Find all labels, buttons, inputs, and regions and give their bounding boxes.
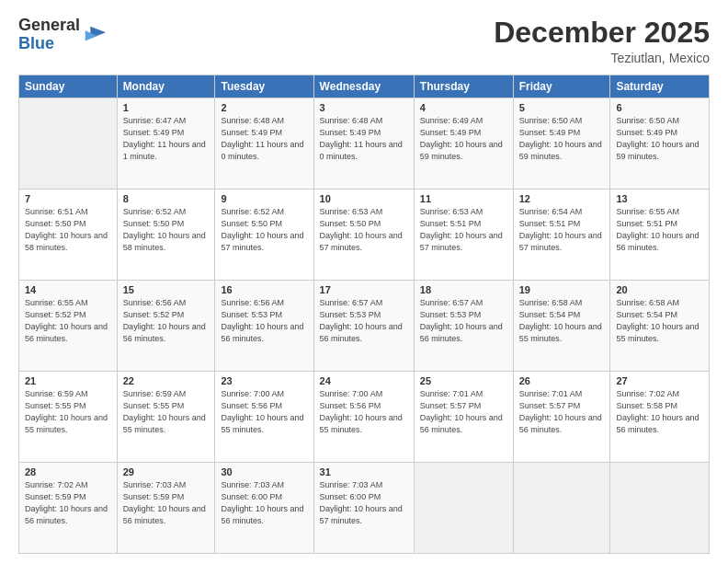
cell-1-2: 1Sunrise: 6:47 AM Sunset: 5:49 PM Daylig… <box>117 98 215 190</box>
cell-1-3: 2Sunrise: 6:48 AM Sunset: 5:49 PM Daylig… <box>215 98 313 190</box>
col-header-thursday: Thursday <box>414 75 513 98</box>
cell-2-3: 9Sunrise: 6:52 AM Sunset: 5:50 PM Daylig… <box>215 190 313 281</box>
cell-info: Sunrise: 6:56 AM Sunset: 5:52 PM Dayligh… <box>123 297 210 345</box>
cell-4-7: 27Sunrise: 7:02 AM Sunset: 5:58 PM Dayli… <box>610 372 710 463</box>
logo-general: General <box>18 16 80 34</box>
day-number: 7 <box>25 193 111 204</box>
cell-3-2: 15Sunrise: 6:56 AM Sunset: 5:52 PM Dayli… <box>117 281 215 372</box>
day-number: 6 <box>616 102 703 113</box>
cell-1-5: 4Sunrise: 6:49 AM Sunset: 5:49 PM Daylig… <box>414 98 513 190</box>
logo-text: General Blue <box>18 17 80 53</box>
cell-3-7: 20Sunrise: 6:58 AM Sunset: 5:54 PM Dayli… <box>610 281 710 372</box>
cell-info: Sunrise: 6:52 AM Sunset: 5:50 PM Dayligh… <box>123 206 210 254</box>
cell-3-6: 19Sunrise: 6:58 AM Sunset: 5:54 PM Dayli… <box>513 281 610 372</box>
cell-4-3: 23Sunrise: 7:00 AM Sunset: 5:56 PM Dayli… <box>215 372 313 463</box>
day-number: 4 <box>420 102 507 113</box>
cell-1-7: 6Sunrise: 6:50 AM Sunset: 5:49 PM Daylig… <box>610 98 710 190</box>
week-row-5: 28Sunrise: 7:02 AM Sunset: 5:59 PM Dayli… <box>19 463 710 554</box>
day-number: 2 <box>221 102 307 113</box>
day-number: 3 <box>320 102 408 113</box>
day-number: 28 <box>25 466 111 477</box>
cell-info: Sunrise: 7:01 AM Sunset: 5:57 PM Dayligh… <box>519 388 605 436</box>
week-row-3: 14Sunrise: 6:55 AM Sunset: 5:52 PM Dayli… <box>19 281 710 372</box>
cell-1-6: 5Sunrise: 6:50 AM Sunset: 5:49 PM Daylig… <box>513 98 610 190</box>
month-title: December 2025 <box>494 17 710 49</box>
day-number: 11 <box>420 193 507 204</box>
title-block: December 2025 Teziutlan, Mexico <box>494 17 710 65</box>
cell-4-6: 26Sunrise: 7:01 AM Sunset: 5:57 PM Dayli… <box>513 372 610 463</box>
col-header-tuesday: Tuesday <box>215 75 313 98</box>
day-number: 31 <box>320 466 408 477</box>
cell-3-3: 16Sunrise: 6:56 AM Sunset: 5:53 PM Dayli… <box>215 281 313 372</box>
cell-2-5: 11Sunrise: 6:53 AM Sunset: 5:51 PM Dayli… <box>414 190 513 281</box>
cell-5-4: 31Sunrise: 7:03 AM Sunset: 6:00 PM Dayli… <box>313 463 414 554</box>
day-number: 12 <box>519 193 605 204</box>
cell-info: Sunrise: 6:59 AM Sunset: 5:55 PM Dayligh… <box>123 388 210 436</box>
cell-info: Sunrise: 6:50 AM Sunset: 5:49 PM Dayligh… <box>519 115 605 163</box>
day-number: 5 <box>519 102 605 113</box>
cell-3-4: 17Sunrise: 6:57 AM Sunset: 5:53 PM Dayli… <box>313 281 414 372</box>
cell-info: Sunrise: 7:03 AM Sunset: 6:00 PM Dayligh… <box>221 479 307 527</box>
day-number: 17 <box>320 284 408 295</box>
cell-info: Sunrise: 6:56 AM Sunset: 5:53 PM Dayligh… <box>221 297 307 345</box>
logo: General Blue <box>18 17 108 53</box>
cell-info: Sunrise: 6:55 AM Sunset: 5:51 PM Dayligh… <box>616 206 703 254</box>
day-number: 23 <box>221 375 307 386</box>
day-number: 22 <box>123 375 210 386</box>
cell-info: Sunrise: 6:55 AM Sunset: 5:52 PM Dayligh… <box>25 297 111 345</box>
day-number: 21 <box>25 375 111 386</box>
cell-info: Sunrise: 7:00 AM Sunset: 5:56 PM Dayligh… <box>221 388 307 436</box>
col-header-friday: Friday <box>513 75 610 98</box>
cell-2-6: 12Sunrise: 6:54 AM Sunset: 5:51 PM Dayli… <box>513 190 610 281</box>
cell-info: Sunrise: 7:02 AM Sunset: 5:59 PM Dayligh… <box>25 479 111 527</box>
cell-info: Sunrise: 6:48 AM Sunset: 5:49 PM Dayligh… <box>221 115 307 163</box>
col-header-saturday: Saturday <box>610 75 710 98</box>
calendar-table: SundayMondayTuesdayWednesdayThursdayFrid… <box>18 75 710 554</box>
cell-info: Sunrise: 7:03 AM Sunset: 5:59 PM Dayligh… <box>123 479 210 527</box>
cell-info: Sunrise: 6:52 AM Sunset: 5:50 PM Dayligh… <box>221 206 307 254</box>
cell-info: Sunrise: 6:47 AM Sunset: 5:49 PM Dayligh… <box>123 115 210 163</box>
cell-info: Sunrise: 6:58 AM Sunset: 5:54 PM Dayligh… <box>616 297 703 345</box>
day-number: 14 <box>25 284 111 295</box>
day-number: 8 <box>123 193 210 204</box>
cell-5-1: 28Sunrise: 7:02 AM Sunset: 5:59 PM Dayli… <box>19 463 118 554</box>
cell-3-1: 14Sunrise: 6:55 AM Sunset: 5:52 PM Dayli… <box>19 281 118 372</box>
day-number: 27 <box>616 375 703 386</box>
page: General Blue December 2025 Teziutlan, Me… <box>0 0 728 563</box>
week-row-2: 7Sunrise: 6:51 AM Sunset: 5:50 PM Daylig… <box>19 190 710 281</box>
cell-info: Sunrise: 6:54 AM Sunset: 5:51 PM Dayligh… <box>519 206 605 254</box>
header: General Blue December 2025 Teziutlan, Me… <box>18 17 710 65</box>
cell-4-5: 25Sunrise: 7:01 AM Sunset: 5:57 PM Dayli… <box>414 372 513 463</box>
day-number: 29 <box>123 466 210 477</box>
week-row-1: 1Sunrise: 6:47 AM Sunset: 5:49 PM Daylig… <box>19 98 710 190</box>
day-number: 16 <box>221 284 307 295</box>
cell-info: Sunrise: 7:03 AM Sunset: 6:00 PM Dayligh… <box>320 479 408 527</box>
header-row: SundayMondayTuesdayWednesdayThursdayFrid… <box>19 75 710 98</box>
cell-info: Sunrise: 6:58 AM Sunset: 5:54 PM Dayligh… <box>519 297 605 345</box>
location: Teziutlan, Mexico <box>494 51 710 65</box>
cell-2-1: 7Sunrise: 6:51 AM Sunset: 5:50 PM Daylig… <box>19 190 118 281</box>
cell-5-3: 30Sunrise: 7:03 AM Sunset: 6:00 PM Dayli… <box>215 463 313 554</box>
cell-info: Sunrise: 6:59 AM Sunset: 5:55 PM Dayligh… <box>25 388 111 436</box>
day-number: 1 <box>123 102 210 113</box>
day-number: 13 <box>616 193 703 204</box>
cell-5-7 <box>610 463 710 554</box>
cell-2-4: 10Sunrise: 6:53 AM Sunset: 5:50 PM Dayli… <box>313 190 414 281</box>
day-number: 18 <box>420 284 507 295</box>
cell-info: Sunrise: 6:50 AM Sunset: 5:49 PM Dayligh… <box>616 115 703 163</box>
week-row-4: 21Sunrise: 6:59 AM Sunset: 5:55 PM Dayli… <box>19 372 710 463</box>
col-header-sunday: Sunday <box>19 75 118 98</box>
day-number: 10 <box>320 193 408 204</box>
cell-2-7: 13Sunrise: 6:55 AM Sunset: 5:51 PM Dayli… <box>610 190 710 281</box>
cell-info: Sunrise: 7:00 AM Sunset: 5:56 PM Dayligh… <box>320 388 408 436</box>
cell-2-2: 8Sunrise: 6:52 AM Sunset: 5:50 PM Daylig… <box>117 190 215 281</box>
cell-3-5: 18Sunrise: 6:57 AM Sunset: 5:53 PM Dayli… <box>414 281 513 372</box>
cell-info: Sunrise: 6:48 AM Sunset: 5:49 PM Dayligh… <box>320 115 408 163</box>
cell-1-1 <box>19 98 118 190</box>
cell-info: Sunrise: 7:01 AM Sunset: 5:57 PM Dayligh… <box>420 388 507 436</box>
col-header-monday: Monday <box>117 75 215 98</box>
cell-4-1: 21Sunrise: 6:59 AM Sunset: 5:55 PM Dayli… <box>19 372 118 463</box>
cell-info: Sunrise: 7:02 AM Sunset: 5:58 PM Dayligh… <box>616 388 703 436</box>
day-number: 9 <box>221 193 307 204</box>
cell-info: Sunrise: 6:53 AM Sunset: 5:50 PM Dayligh… <box>320 206 408 254</box>
